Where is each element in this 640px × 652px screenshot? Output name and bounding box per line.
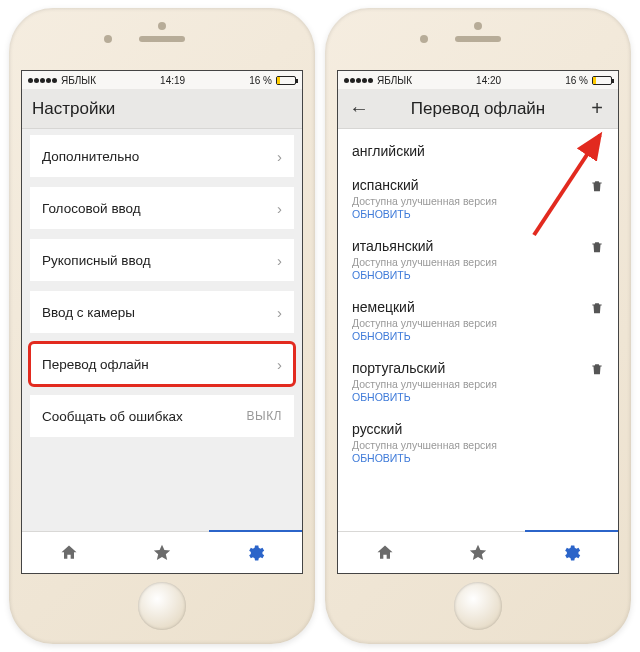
add-language-button[interactable]: + — [586, 97, 608, 120]
settings-item-handwriting[interactable]: Рукописный ввод › — [30, 239, 294, 281]
screen-right: ЯБЛЫК 14:20 16 % ← Перевод офлайн + англ… — [337, 70, 619, 574]
item-label: Перевод офлайн — [42, 357, 149, 372]
item-label: Дополнительно — [42, 149, 139, 164]
settings-list[interactable]: Дополнительно › Голосовой ввод › Рукопис… — [22, 129, 302, 531]
delete-button[interactable] — [590, 362, 604, 381]
phone-right: ЯБЛЫК 14:20 16 % ← Перевод офлайн + англ… — [325, 8, 631, 644]
language-name: испанский — [352, 177, 604, 193]
status-bar: ЯБЛЫК 14:20 16 % — [338, 71, 618, 89]
language-item-russian[interactable]: русский Доступна улучшенная версия ОБНОВ… — [352, 411, 604, 472]
tab-home[interactable] — [338, 532, 431, 573]
home-icon — [375, 543, 395, 563]
star-icon — [152, 543, 172, 563]
language-subtext: Доступна улучшенная версия — [352, 317, 604, 329]
battery-pct: 16 % — [565, 75, 588, 86]
delete-button[interactable] — [590, 240, 604, 259]
settings-item-camera-input[interactable]: Ввод с камеры › — [30, 291, 294, 333]
carrier-label: ЯБЛЫК — [377, 75, 412, 86]
phone-left: ЯБЛЫК 14:19 16 % Настройки Дополнительно… — [9, 8, 315, 644]
settings-item-offline-translate[interactable]: Перевод офлайн › — [30, 343, 294, 385]
page-title: Настройки — [32, 99, 292, 119]
language-subtext: Доступна улучшенная версия — [352, 256, 604, 268]
offline-languages-list[interactable]: английский испанский Доступна улучшенная… — [338, 129, 618, 531]
chevron-right-icon: › — [277, 356, 282, 373]
trash-icon — [590, 301, 604, 316]
trash-icon — [590, 240, 604, 255]
language-name: английский — [352, 143, 604, 159]
trash-icon — [590, 179, 604, 194]
delete-button[interactable] — [590, 301, 604, 320]
delete-button[interactable] — [590, 179, 604, 198]
settings-item-additional[interactable]: Дополнительно › — [30, 135, 294, 177]
update-button[interactable]: ОБНОВИТЬ — [352, 452, 604, 464]
home-icon — [59, 543, 79, 563]
language-subtext: Доступна улучшенная версия — [352, 439, 604, 451]
tab-bar — [338, 531, 618, 573]
language-name: итальянский — [352, 238, 604, 254]
language-item-german[interactable]: немецкий Доступна улучшенная версия ОБНО… — [352, 289, 604, 350]
star-icon — [468, 543, 488, 563]
tab-bar — [22, 531, 302, 573]
chevron-right-icon: › — [277, 304, 282, 321]
back-button[interactable]: ← — [348, 97, 370, 120]
update-button[interactable]: ОБНОВИТЬ — [352, 391, 604, 403]
settings-item-voice-input[interactable]: Голосовой ввод › — [30, 187, 294, 229]
home-button[interactable] — [454, 582, 502, 630]
trash-icon — [590, 362, 604, 377]
item-label: Ввод с камеры — [42, 305, 135, 320]
home-button[interactable] — [138, 582, 186, 630]
battery-icon — [592, 76, 612, 85]
item-label: Сообщать об ошибках — [42, 409, 183, 424]
update-button[interactable]: ОБНОВИТЬ — [352, 269, 604, 281]
header: ← Перевод офлайн + — [338, 89, 618, 129]
tab-settings[interactable] — [525, 532, 618, 573]
language-name: португальский — [352, 360, 604, 376]
tab-home[interactable] — [22, 532, 115, 573]
language-item-spanish[interactable]: испанский Доступна улучшенная версия ОБН… — [352, 167, 604, 228]
tab-favorites[interactable] — [115, 532, 208, 573]
header: Настройки — [22, 89, 302, 129]
battery-pct: 16 % — [249, 75, 272, 86]
screen-left: ЯБЛЫК 14:19 16 % Настройки Дополнительно… — [21, 70, 303, 574]
language-item-italian[interactable]: итальянский Доступна улучшенная версия О… — [352, 228, 604, 289]
chevron-right-icon: › — [277, 148, 282, 165]
chevron-right-icon: › — [277, 252, 282, 269]
chevron-right-icon: › — [277, 200, 282, 217]
language-item-english[interactable]: английский — [352, 133, 604, 167]
gear-icon — [245, 543, 265, 563]
battery-icon — [276, 76, 296, 85]
language-subtext: Доступна улучшенная версия — [352, 378, 604, 390]
update-button[interactable]: ОБНОВИТЬ — [352, 208, 604, 220]
gear-icon — [561, 543, 581, 563]
item-label: Голосовой ввод — [42, 201, 141, 216]
clock: 14:20 — [476, 75, 501, 86]
language-subtext: Доступна улучшенная версия — [352, 195, 604, 207]
carrier-label: ЯБЛЫК — [61, 75, 96, 86]
page-title: Перевод офлайн — [382, 99, 574, 119]
language-name: русский — [352, 421, 604, 437]
update-button[interactable]: ОБНОВИТЬ — [352, 330, 604, 342]
tab-settings[interactable] — [209, 532, 302, 573]
clock: 14:19 — [160, 75, 185, 86]
tab-favorites[interactable] — [431, 532, 524, 573]
status-bar: ЯБЛЫК 14:19 16 % — [22, 71, 302, 89]
toggle-value: ВЫКЛ — [247, 409, 283, 423]
item-label: Рукописный ввод — [42, 253, 151, 268]
settings-item-report-errors[interactable]: Сообщать об ошибках ВЫКЛ — [30, 395, 294, 437]
language-name: немецкий — [352, 299, 604, 315]
language-item-portuguese[interactable]: португальский Доступна улучшенная версия… — [352, 350, 604, 411]
